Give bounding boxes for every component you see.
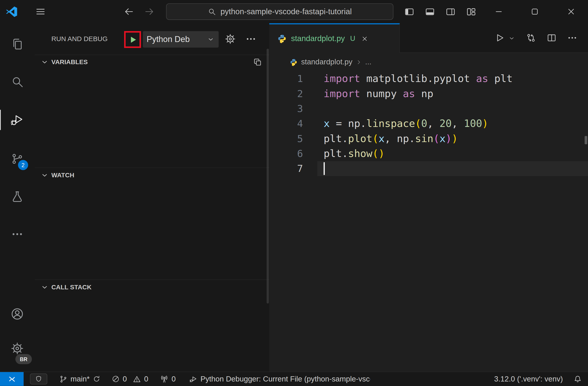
problems-status[interactable]: 0 0: [112, 375, 148, 383]
account-icon: [10, 307, 24, 321]
sidebar-item-search[interactable]: [0, 69, 35, 95]
sidebar-item-testing[interactable]: [0, 184, 35, 210]
notifications-button[interactable]: [573, 375, 582, 383]
split-editor-icon[interactable]: [546, 33, 557, 43]
start-debugging-button[interactable]: [128, 35, 137, 44]
code-content[interactable]: plt.show(): [317, 146, 588, 161]
sidebar-item-more-views[interactable]: [0, 221, 35, 247]
code-line-7[interactable]: 7: [269, 161, 588, 176]
vscode-logo: [5, 5, 18, 19]
run-dropdown-chevron-icon[interactable]: [508, 35, 515, 41]
debug-status[interactable]: Python Debugger: Current File (python-sa…: [189, 375, 370, 383]
workspace-trust-button[interactable]: [30, 374, 47, 385]
chevron-down-icon: [207, 35, 215, 43]
breadcrumb-file[interactable]: standardplot.py: [301, 58, 353, 66]
close-button[interactable]: [564, 5, 578, 19]
section-call-stack[interactable]: CALL STACK: [35, 279, 269, 294]
minimize-button[interactable]: [492, 5, 505, 19]
section-label: VARIABLES: [51, 58, 88, 66]
code-line-5[interactable]: 5plt.plot(x, np.sin(x)): [269, 131, 588, 146]
code-line-3[interactable]: 3: [269, 101, 588, 116]
tab-standardplot[interactable]: standardplot.py U: [269, 23, 400, 53]
branch-name: main*: [70, 375, 90, 383]
forward-arrow-icon[interactable]: [144, 6, 154, 17]
code-token: 20: [440, 118, 452, 129]
line-number: 1: [269, 71, 303, 86]
code-token: (: [372, 148, 378, 159]
run-and-debug-panel: RUN AND DEBUG Python Deb: [35, 23, 269, 372]
section-label: WATCH: [51, 172, 74, 179]
close-tab-button[interactable]: [361, 35, 369, 42]
code-line-1[interactable]: 1import matplotlib.pyplot as plt: [269, 71, 588, 86]
maximize-button[interactable]: [528, 5, 542, 19]
chevron-down-icon: [41, 284, 48, 291]
debug-more-actions-icon[interactable]: [245, 33, 257, 46]
code-content[interactable]: [317, 161, 588, 176]
remote-indicator[interactable]: [0, 372, 24, 386]
code-token: ): [378, 148, 384, 159]
toggle-secondary-sidebar-icon[interactable]: [446, 7, 456, 17]
code-content[interactable]: x = np.linspace(0, 20, 100): [317, 116, 588, 131]
section-watch[interactable]: WATCH: [35, 167, 269, 182]
scrollbar-thumb[interactable]: [585, 136, 587, 144]
sidebar-item-source-control[interactable]: [0, 146, 35, 172]
tab-bar: standardplot.py U: [269, 23, 588, 53]
back-arrow-icon[interactable]: [124, 6, 134, 17]
line-number: 6: [269, 146, 303, 161]
line-number: 5: [269, 131, 303, 146]
code-content[interactable]: import matplotlib.pyplot as plt: [317, 71, 588, 86]
error-icon: [112, 375, 120, 383]
code-line-2[interactable]: 2import numpy as np: [269, 86, 588, 101]
python-version-status[interactable]: 3.12.0 ('.venv': venv): [494, 375, 563, 383]
section-variables[interactable]: VARIABLES: [35, 55, 269, 70]
sidebar-scrollbar[interactable]: [267, 49, 269, 304]
debug-toolbar: RUN AND DEBUG Python Deb: [35, 23, 269, 55]
code-token: (: [372, 133, 378, 144]
toggle-sidebar-icon[interactable]: [404, 7, 414, 17]
code-content[interactable]: import numpy as np: [317, 86, 588, 101]
code-line-6[interactable]: 6plt.show(): [269, 146, 588, 161]
code-content[interactable]: plt.plot(x, np.sin(x)): [317, 131, 588, 146]
search-view-icon: [11, 75, 23, 88]
compare-changes-icon[interactable]: [526, 33, 536, 43]
sidebar-item-explorer[interactable]: [0, 31, 35, 57]
profile-badge[interactable]: BR: [15, 354, 32, 364]
code-lines: 1import matplotlib.pyplot as plt2import …: [269, 71, 588, 176]
run-file-button[interactable]: [494, 33, 504, 43]
breadcrumb-more[interactable]: ...: [365, 58, 371, 66]
collapse-all-icon[interactable]: [253, 57, 262, 67]
account-button[interactable]: [0, 301, 35, 327]
code-token: ,: [427, 118, 440, 129]
code-token: linspace: [366, 118, 415, 129]
branch-status[interactable]: main*: [59, 375, 101, 383]
ports-status[interactable]: 0: [160, 375, 176, 383]
breadcrumb[interactable]: standardplot.py ...: [269, 53, 588, 71]
more-views-ellipsis-icon: [11, 228, 23, 241]
command-center-search[interactable]: python-sample-vscode-fastapi-tutorial: [166, 3, 393, 20]
sidebar-item-run-debug[interactable]: [0, 107, 35, 133]
play-icon: [128, 35, 137, 44]
debug-config-dropdown[interactable]: Python Deb: [143, 31, 219, 48]
chevron-down-icon: [41, 58, 48, 66]
sync-icon: [93, 375, 101, 383]
code-token: plt.: [324, 148, 348, 159]
code-token: matplotlib.pyplot: [360, 73, 476, 84]
python-icon: [278, 34, 287, 43]
code-editor[interactable]: 1import matplotlib.pyplot as plt2import …: [269, 71, 588, 372]
code-content[interactable]: [317, 101, 588, 116]
toggle-panel-icon[interactable]: [425, 7, 435, 17]
debug-settings-gear-icon[interactable]: [225, 33, 236, 45]
git-branch-icon: [59, 375, 67, 383]
code-token: import: [324, 73, 360, 84]
line-number: 3: [269, 101, 303, 116]
code-token: x: [440, 133, 446, 144]
testing-beaker-icon: [11, 190, 23, 203]
code-line-4[interactable]: 4x = np.linspace(0, 20, 100): [269, 116, 588, 131]
customize-layout-icon[interactable]: [466, 7, 476, 17]
editor-more-actions-icon[interactable]: [567, 33, 577, 44]
search-icon: [208, 7, 216, 16]
bell-icon: [573, 375, 582, 383]
menu-icon[interactable]: [35, 6, 46, 17]
code-token: ): [452, 133, 458, 144]
panel-title: RUN AND DEBUG: [51, 23, 108, 55]
